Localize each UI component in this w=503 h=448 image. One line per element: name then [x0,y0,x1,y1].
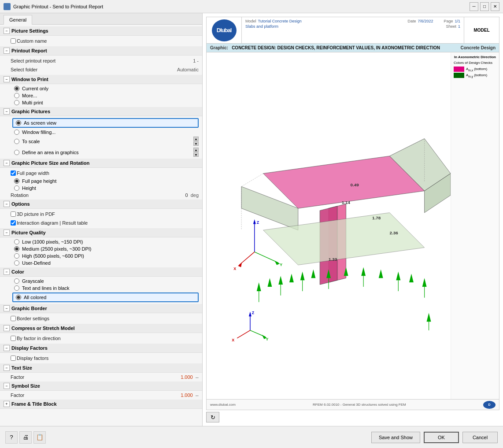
section-title-graphic-pictures: Graphic Pictures [11,109,50,114]
down-arrow-btn[interactable]: ▼ [193,141,199,146]
toggle-graphic-pictures[interactable]: − [4,108,10,115]
custom-name-checkbox[interactable] [11,38,16,44]
toggle-symbol-size[interactable]: − [4,383,10,389]
toggle-color[interactable]: − [4,269,10,275]
as-screen-view-radio[interactable] [16,120,21,126]
height-radio[interactable] [14,185,19,191]
section-header-frame-title-block[interactable]: + Frame & Title Block [0,400,202,409]
window-filling-row: Window filling... [0,129,202,136]
up-arrow2-btn[interactable]: ▲ [193,148,199,152]
symbol-size-factor-label: Factor [11,392,171,398]
print-button[interactable]: 🖨 [19,431,32,444]
medium-quality-radio[interactable] [14,246,19,252]
section-header-graphic-border[interactable]: − Graphic Border [0,304,202,313]
toggle-picture-quality[interactable]: − [4,230,10,236]
save-and-show-button[interactable]: Save and Show [371,432,420,443]
section-header-printout-report[interactable]: − Printout Report [0,46,202,56]
toggle-window-to-print[interactable]: − [4,76,10,82]
section-title-symbol-size: Symbol Size [11,383,40,389]
toggle-frame-title-block[interactable]: + [4,401,10,407]
text-lines-black-radio[interactable] [14,285,19,291]
by-factor-checkbox[interactable] [11,336,16,341]
refresh-button[interactable]: ↻ [206,412,219,422]
section-graphic-pictures: − Graphic Pictures As screen view Window… [0,107,202,159]
up-arrow-btn[interactable]: ▲ [193,137,199,141]
close-button[interactable]: ✕ [491,2,499,11]
to-scale-label: To scale [22,139,40,144]
section-header-options[interactable]: − Options [0,200,202,209]
define-area-radio[interactable] [14,150,19,155]
border-settings-checkbox[interactable] [11,316,16,321]
bottom-left-tools: ? 🖨 📋 [5,431,46,444]
display-factors-checkbox[interactable] [11,355,16,361]
dlubal-logo: Dlubal [212,19,237,41]
graphic-legend: In Axonometric Direction Colors of Desig… [451,52,499,399]
svg-text:1.14: 1.14 [342,200,351,205]
toggle-display-factors[interactable]: − [4,345,10,351]
select-folder-label: Select folder [11,67,163,72]
define-area-label: Define an area in graphics [22,150,78,155]
tab-general[interactable]: General [4,15,32,25]
section-title-options: Options [11,201,30,207]
toggle-compress-stretch[interactable]: − [4,325,10,331]
section-header-color[interactable]: − Color [0,267,202,277]
low-quality-radio[interactable] [14,239,19,244]
toggle-text-size[interactable]: − [4,365,10,371]
svg-text:Y: Y [266,337,269,341]
all-colored-radio[interactable] [16,295,21,300]
section-title-display-factors: Display Factors [11,345,48,351]
to-scale-radio[interactable] [14,139,19,144]
section-header-graphic-pictures[interactable]: − Graphic Pictures [0,107,202,116]
section-header-picture-quality[interactable]: − Picture Quality [0,228,202,237]
structure-svg: 0.49 1.14 1.78 2.36 1.33 Z Y [207,52,451,399]
section-title-picture-settings: Picture Settings [11,28,48,33]
cancel-button[interactable]: Cancel [462,432,498,443]
toggle-options[interactable]: − [4,201,10,207]
window-filling-radio[interactable] [14,130,19,135]
section-header-text-size[interactable]: − Text Size [0,363,202,373]
section-header-picture-settings[interactable]: − Picture Settings [0,26,202,36]
height-label: Height [22,185,36,191]
to-scale-row: To scale [14,139,40,144]
down-arrow2-btn[interactable]: ▼ [193,152,199,157]
medium-quality-label: Medium (2500 pixels, ~300 DPI) [22,246,91,252]
section-picture-settings: − Picture Settings Custom name [0,26,202,46]
toggle-picture-settings[interactable]: − [4,28,10,34]
svg-text:Z: Z [257,220,259,225]
current-only-radio[interactable] [14,86,19,91]
3d-pdf-checkbox[interactable] [11,211,16,217]
as-screen-view-label: As screen view [24,120,56,126]
rotation-unit: deg [191,193,199,198]
section-picture-quality: − Picture Quality Low (1000 pixels, ~150… [0,228,202,267]
section-header-compress-stretch[interactable]: − Compress or Stretch Model [0,324,202,333]
help-button[interactable]: ? [5,431,18,444]
rotation-row: Rotation 0 deg [0,192,202,199]
section-text-size: − Text Size Factor 1.000 -- [0,363,202,381]
rotation-value: 0 [153,193,188,198]
high-quality-radio[interactable] [14,253,19,259]
interaction-diagram-row: Interaction diagram | Result table [0,218,202,227]
full-page-height-row: Full page height [0,178,202,185]
full-page-width-checkbox[interactable] [11,170,16,176]
full-page-height-radio[interactable] [14,178,19,184]
select-folder-value: Automatic [163,67,199,72]
toggle-graphic-size[interactable]: − [4,160,10,166]
minimize-button[interactable]: ─ [470,2,478,11]
svg-text:2.36: 2.36 [390,230,399,235]
toggle-graphic-border[interactable]: − [4,305,10,311]
section-header-window-to-print[interactable]: − Window to Print [0,75,202,84]
section-header-graphic-size[interactable]: − Graphic Picture Size and Rotation [0,159,202,168]
user-defined-quality-label: User-Defined [22,260,51,266]
toggle-printout-report[interactable]: − [4,48,10,54]
user-defined-quality-radio[interactable] [14,260,19,266]
maximize-button[interactable]: □ [480,2,489,11]
multi-print-radio[interactable] [14,100,19,105]
section-header-symbol-size[interactable]: − Symbol Size [0,381,202,391]
export-button[interactable]: 📋 [33,431,46,444]
more-radio[interactable] [14,93,19,98]
ok-button[interactable]: OK [424,432,459,443]
grayscale-radio[interactable] [14,278,19,284]
interaction-diagram-checkbox[interactable] [11,220,16,226]
section-header-display-factors[interactable]: − Display Factors [0,344,202,353]
page-label: Page [444,19,453,23]
